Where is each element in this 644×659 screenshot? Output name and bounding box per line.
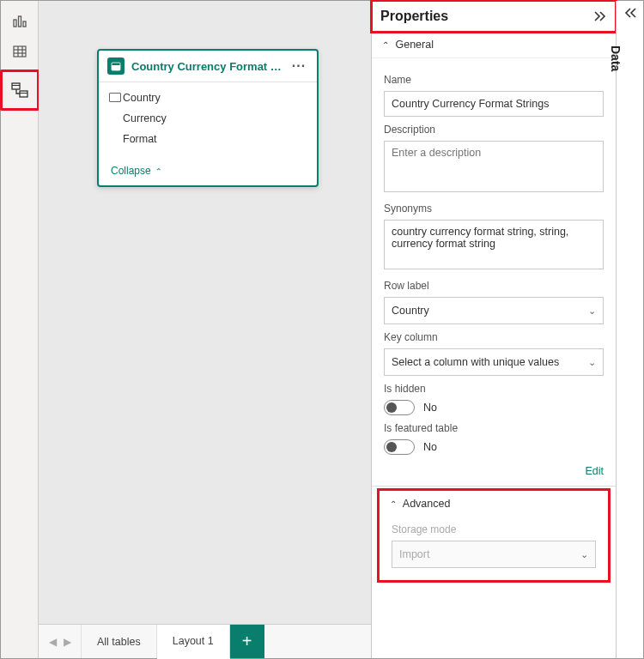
chevron-down-icon: ⌄ <box>588 305 596 317</box>
model-canvas[interactable]: Country Currency Format Strings ··· Coun… <box>39 1 371 624</box>
svg-rect-0 <box>14 20 16 27</box>
collapse-label: Collapse <box>111 165 151 177</box>
advanced-form: Storage mode Import ⌄ <box>380 523 608 573</box>
chevron-double-right-icon <box>593 11 607 21</box>
report-view-button[interactable] <box>4 6 35 35</box>
data-pane-title: Data <box>609 45 623 71</box>
storage-mode-select: Import ⌄ <box>392 541 596 568</box>
svg-rect-8 <box>12 83 20 89</box>
synonyms-input[interactable]: country currency format string, string, … <box>384 220 604 269</box>
storage-mode-label: Storage mode <box>392 523 596 535</box>
is-hidden-value: No <box>423 402 437 414</box>
tab-nav-arrows[interactable]: ◀ ▶ <box>39 625 82 658</box>
table-icon <box>12 44 27 59</box>
app-root: Country Currency Format Strings ··· Coun… <box>0 0 644 659</box>
section-general-label: General <box>395 39 433 51</box>
section-advanced-header[interactable]: ⌃ Advanced <box>380 491 608 517</box>
advanced-highlight: ⌃ Advanced Storage mode Import ⌄ <box>377 488 611 583</box>
description-label: Description <box>384 124 604 136</box>
is-featured-value: No <box>423 441 437 453</box>
chevron-up-icon: ⌄ <box>155 166 162 176</box>
table-card-header[interactable]: Country Currency Format Strings ··· <box>99 51 317 82</box>
chevron-right-icon: ▶ <box>64 636 71 648</box>
chevron-down-icon: ⌄ <box>580 549 588 560</box>
key-column-value: Select a column with unique values <box>392 356 559 368</box>
name-label: Name <box>384 74 604 86</box>
calendar-table-icon <box>107 57 125 75</box>
svg-rect-2 <box>23 21 26 27</box>
properties-pane: Properties ⌃ General Name Description Sy… <box>371 1 616 658</box>
is-hidden-label: Is hidden <box>384 383 604 395</box>
row-label-label: Row label <box>384 280 604 292</box>
table-card-title: Country Currency Format Strings <box>131 60 288 73</box>
svg-rect-10 <box>20 91 27 97</box>
is-featured-toggle[interactable] <box>384 439 415 455</box>
is-hidden-toggle[interactable] <box>384 400 415 415</box>
table-card-collapse[interactable]: Collapse ⌄ <box>99 156 317 185</box>
key-column-label: Key column <box>384 331 604 343</box>
row-label-value: Country <box>392 305 429 317</box>
section-advanced-label: Advanced <box>403 498 451 510</box>
field-format[interactable]: Format <box>99 129 317 149</box>
section-general-header[interactable]: ⌃ General <box>372 32 616 58</box>
general-form: Name Description Synonyms country curren… <box>372 58 616 460</box>
bar-chart-icon <box>12 13 27 28</box>
svg-rect-1 <box>18 16 21 27</box>
data-view-button[interactable] <box>4 37 35 66</box>
is-featured-label: Is featured table <box>384 422 604 434</box>
properties-scroll[interactable]: ⌃ General Name Description Synonyms coun… <box>372 32 616 658</box>
data-pane-collapsed[interactable]: Data <box>616 1 643 658</box>
model-icon <box>11 82 28 99</box>
table-card-more-button[interactable]: ··· <box>288 58 310 74</box>
name-input[interactable] <box>384 91 604 117</box>
view-rail <box>1 1 39 658</box>
chevron-up-icon: ⌃ <box>382 40 392 50</box>
tab-layout-1[interactable]: Layout 1 <box>157 625 230 659</box>
description-input[interactable] <box>384 141 604 192</box>
svg-rect-13 <box>112 63 120 65</box>
table-card[interactable]: Country Currency Format Strings ··· Coun… <box>97 49 319 187</box>
expand-data-button[interactable] <box>623 8 637 18</box>
edit-link[interactable]: Edit <box>372 460 616 486</box>
canvas-area: Country Currency Format Strings ··· Coun… <box>39 1 371 658</box>
layout-tabs-bar: ◀ ▶ All tables Layout 1 + <box>39 624 371 658</box>
collapse-properties-button[interactable] <box>593 11 607 21</box>
add-layout-button[interactable]: + <box>230 625 264 658</box>
section-advanced: ⌃ Advanced Storage mode Import ⌄ <box>372 486 616 583</box>
model-view-highlight <box>0 70 39 111</box>
synonyms-label: Synonyms <box>384 203 604 215</box>
tab-all-tables[interactable]: All tables <box>82 625 157 658</box>
field-currency[interactable]: Currency <box>99 108 317 129</box>
properties-title: Properties <box>380 9 448 24</box>
chevron-double-left-icon <box>623 8 637 18</box>
storage-mode-value: Import <box>399 548 429 560</box>
table-card-fields: Country Currency Format <box>99 82 317 156</box>
field-country[interactable]: Country <box>99 88 317 108</box>
chevron-left-icon: ◀ <box>49 636 57 648</box>
key-column-select[interactable]: Select a column with unique values ⌄ <box>384 348 604 376</box>
model-view-button[interactable] <box>4 76 35 105</box>
properties-header: Properties <box>372 1 616 32</box>
row-label-select[interactable]: Country ⌄ <box>384 297 604 324</box>
svg-rect-3 <box>14 46 26 57</box>
chevron-up-icon: ⌃ <box>390 499 400 509</box>
chevron-down-icon: ⌄ <box>588 357 596 368</box>
